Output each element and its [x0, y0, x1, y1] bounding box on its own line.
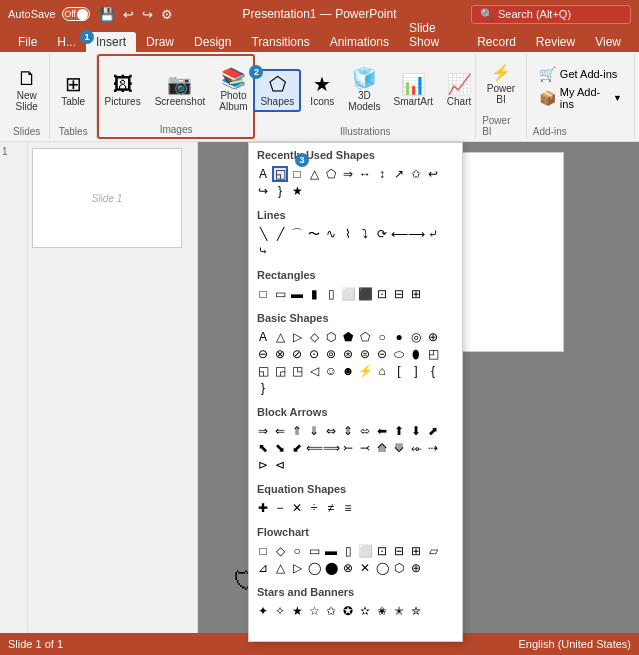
shape-arrow-curve3[interactable]: ⤷: [255, 243, 271, 259]
shape-sb-5[interactable]: ✩: [323, 603, 339, 619]
tab-design[interactable]: Design: [184, 32, 241, 52]
shape-ba-1[interactable]: ⇒: [255, 423, 271, 439]
shape-star[interactable]: ✩: [408, 166, 424, 182]
shape-basic-8[interactable]: ○: [374, 329, 390, 345]
shapes-button[interactable]: ⬠ Shapes 2: [253, 69, 301, 112]
shape-arrow-ud[interactable]: ↕: [374, 166, 390, 182]
slide-thumbnail[interactable]: Slide 1: [32, 148, 182, 248]
shape-basic-20[interactable]: ⬭: [391, 346, 407, 362]
shape-basic-25[interactable]: ◳: [289, 363, 305, 379]
shape-fc-14[interactable]: ▷: [289, 560, 305, 576]
shape-text-box[interactable]: A: [255, 166, 271, 182]
shape-arrow-left2[interactable]: ⟵: [391, 226, 407, 242]
screenshot-button[interactable]: 📷 Screenshot: [150, 71, 211, 110]
redo-button[interactable]: ↪: [139, 6, 156, 23]
shape-basic-17[interactable]: ⊛: [340, 346, 356, 362]
shape-eq-5[interactable]: ≠: [323, 500, 339, 516]
shape-basic-10[interactable]: ◎: [408, 329, 424, 345]
shape-fc-18[interactable]: ✕: [357, 560, 373, 576]
shape-basic-33[interactable]: {: [425, 363, 441, 379]
shape-arrow-curve2[interactable]: ⤶: [425, 226, 441, 242]
shapes-dropdown-panel[interactable]: 3 Recently Used Shapes A ◱ □ △ ⬠ ⇒ ↔ ↕ ↗…: [248, 142, 463, 642]
shape-rect1[interactable]: □: [255, 286, 271, 302]
shape-ba-3[interactable]: ⇑: [289, 423, 305, 439]
shape-fc-3[interactable]: ○: [289, 543, 305, 559]
shape-rect9[interactable]: ⊟: [391, 286, 407, 302]
shape-fc-16[interactable]: ⬤: [323, 560, 339, 576]
shape-rect6[interactable]: ⬜: [340, 286, 356, 302]
shape-line-wave[interactable]: 〜: [306, 226, 322, 242]
photo-album-button[interactable]: 📚 PhotoAlbum: [214, 65, 252, 115]
chart-button[interactable]: 📈 Chart: [441, 71, 477, 110]
3d-models-button[interactable]: 🧊 3DModels: [343, 65, 385, 115]
shape-basic-23[interactable]: ◱: [255, 363, 271, 379]
shape-sb-1[interactable]: ✦: [255, 603, 271, 619]
shape-line-zigzag[interactable]: ∿: [323, 226, 339, 242]
shape-ba-8[interactable]: ⬅: [374, 423, 390, 439]
shape-sb-10[interactable]: ✮: [408, 603, 424, 619]
shape-ba-14[interactable]: ⬋: [289, 440, 305, 456]
shape-basic-30[interactable]: ⌂: [374, 363, 390, 379]
shape-basic-16[interactable]: ⊚: [323, 346, 339, 362]
table-button[interactable]: ⊞ Table: [55, 71, 91, 110]
tab-slideshow[interactable]: Slide Show: [399, 18, 467, 52]
shape-basic-6[interactable]: ⬟: [340, 329, 356, 345]
shape-sb-6[interactable]: ✪: [340, 603, 356, 619]
shape-rect2[interactable]: ▭: [272, 286, 288, 302]
shape-ba-16[interactable]: ⟹: [323, 440, 339, 456]
tab-review[interactable]: Review: [526, 32, 585, 52]
customize-button[interactable]: ⚙: [158, 6, 176, 23]
shape-eq-3[interactable]: ✕: [289, 500, 305, 516]
shape-eq-2[interactable]: −: [272, 500, 288, 516]
shape-fc-20[interactable]: ⬡: [391, 560, 407, 576]
shape-ba-12[interactable]: ⬉: [255, 440, 271, 456]
shape-basic-29[interactable]: ⚡: [357, 363, 373, 379]
shape-sb-7[interactable]: ✫: [357, 603, 373, 619]
shape-eq-6[interactable]: ≡: [340, 500, 356, 516]
smartart-button[interactable]: 📊 SmartArt: [389, 71, 438, 110]
shape-arrow-curved1[interactable]: ⤵: [357, 226, 373, 242]
shape-basic-5[interactable]: ⬡: [323, 329, 339, 345]
shape-basic-24[interactable]: ◲: [272, 363, 288, 379]
shape-fc-19[interactable]: ◯: [374, 560, 390, 576]
shape-ba-20[interactable]: ⟱: [391, 440, 407, 456]
shape-basic-28[interactable]: ☻: [340, 363, 356, 379]
search-box[interactable]: 🔍 Search (Alt+Q): [471, 5, 631, 24]
shape-sb-9[interactable]: ✭: [391, 603, 407, 619]
shape-rect4[interactable]: ▮: [306, 286, 322, 302]
autosave-toggle[interactable]: Off: [62, 7, 90, 21]
shape-ba-19[interactable]: ⟰: [374, 440, 390, 456]
pictures-button[interactable]: 🖼 Pictures: [100, 71, 146, 110]
shape-fc-4[interactable]: ▭: [306, 543, 322, 559]
shape-basic-18[interactable]: ⊜: [357, 346, 373, 362]
shape-ba-23[interactable]: ⊳: [255, 457, 271, 473]
shape-sb-3[interactable]: ★: [289, 603, 305, 619]
shape-fc-6[interactable]: ▯: [340, 543, 356, 559]
shape-ba-21[interactable]: ⬰: [408, 440, 424, 456]
shape-rect5[interactable]: ▯: [323, 286, 339, 302]
shape-rect[interactable]: □: [289, 166, 305, 182]
shape-basic-2[interactable]: △: [272, 329, 288, 345]
shape-ba-22[interactable]: ⇢: [425, 440, 441, 456]
shape-brace[interactable]: }: [272, 183, 288, 199]
shape-rect3[interactable]: ▬: [289, 286, 305, 302]
shape-fc-9[interactable]: ⊟: [391, 543, 407, 559]
shape-basic-11[interactable]: ⊕: [425, 329, 441, 345]
shape-pentagon[interactable]: ⬠: [323, 166, 339, 182]
shape-ba-10[interactable]: ⬇: [408, 423, 424, 439]
shape-basic-31[interactable]: [: [391, 363, 407, 379]
shape-rect-rounded[interactable]: ◱: [272, 166, 288, 182]
shape-fc-1[interactable]: □: [255, 543, 271, 559]
shape-fc-8[interactable]: ⊡: [374, 543, 390, 559]
shape-basic-3[interactable]: ▷: [289, 329, 305, 345]
shape-star-filled[interactable]: ★: [289, 183, 305, 199]
shape-basic-7[interactable]: ⬠: [357, 329, 373, 345]
shape-ba-18[interactable]: ⤙: [357, 440, 373, 456]
shape-fc-21[interactable]: ⊕: [408, 560, 424, 576]
shape-ba-6[interactable]: ⇕: [340, 423, 356, 439]
shape-basic-32[interactable]: ]: [408, 363, 424, 379]
shape-fc-2[interactable]: ◇: [272, 543, 288, 559]
shape-fc-12[interactable]: ⊿: [255, 560, 271, 576]
shape-rect10[interactable]: ⊞: [408, 286, 424, 302]
shape-basic-14[interactable]: ⊘: [289, 346, 305, 362]
